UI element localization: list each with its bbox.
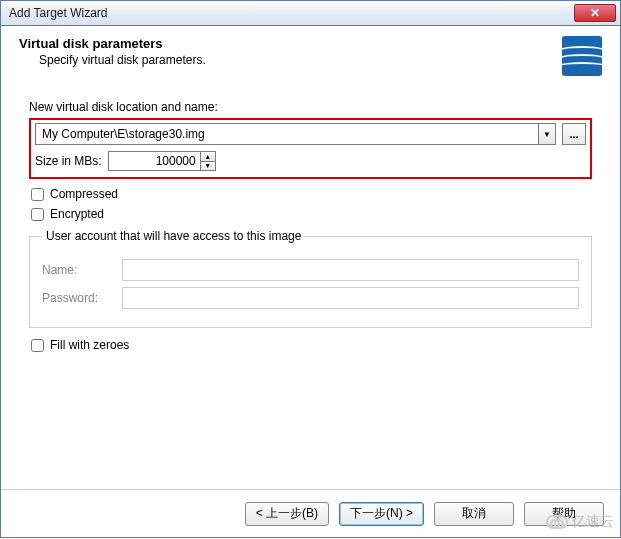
chevron-down-icon: ▼ (543, 130, 551, 139)
window-title: Add Target Wizard (9, 6, 574, 20)
password-label: Password: (42, 291, 112, 305)
wizard-content: New virtual disk location and name: ▼ ..… (1, 90, 620, 368)
help-button[interactable]: 帮助 (524, 502, 604, 526)
name-input (122, 259, 579, 281)
close-icon: ✕ (590, 6, 600, 20)
encrypted-checkbox[interactable] (31, 208, 44, 221)
location-label: New virtual disk location and name: (29, 100, 592, 114)
user-access-legend: User account that will have access to th… (42, 229, 305, 243)
header-subtitle: Specify virtual disk parameters. (39, 53, 562, 67)
compressed-checkbox[interactable] (31, 188, 44, 201)
size-input[interactable] (108, 151, 200, 171)
highlight-box: ▼ ... Size in MBs: ▲ ▼ (29, 118, 592, 179)
compressed-label: Compressed (50, 187, 118, 201)
header-title: Virtual disk parameters (19, 36, 562, 51)
user-access-group: User account that will have access to th… (29, 229, 592, 328)
wizard-header: Virtual disk parameters Specify virtual … (1, 26, 620, 90)
browse-button[interactable]: ... (562, 123, 586, 145)
size-spin-up[interactable]: ▲ (201, 152, 215, 162)
location-dropdown-button[interactable]: ▼ (538, 123, 556, 145)
next-button[interactable]: 下一步(N) > (339, 502, 424, 526)
password-input (122, 287, 579, 309)
chevron-down-icon: ▼ (204, 162, 211, 169)
name-label: Name: (42, 263, 112, 277)
back-button[interactable]: < 上一步(B) (245, 502, 329, 526)
product-logo-icon (562, 36, 602, 76)
fill-zeroes-checkbox[interactable] (31, 339, 44, 352)
chevron-up-icon: ▲ (204, 153, 211, 160)
close-button[interactable]: ✕ (574, 4, 616, 22)
fill-zeroes-label: Fill with zeroes (50, 338, 129, 352)
size-spin-down[interactable]: ▼ (201, 162, 215, 171)
titlebar: Add Target Wizard ✕ (0, 0, 621, 26)
size-spinner[interactable]: ▲ ▼ (108, 151, 216, 171)
wizard-footer: < 上一步(B) 下一步(N) > 取消 帮助 (1, 489, 620, 537)
encrypted-label: Encrypted (50, 207, 104, 221)
location-input[interactable] (35, 123, 538, 145)
cancel-button[interactable]: 取消 (434, 502, 514, 526)
window-body: Virtual disk parameters Specify virtual … (0, 26, 621, 538)
size-label: Size in MBs: (35, 154, 102, 168)
location-combobox[interactable]: ▼ (35, 123, 556, 145)
